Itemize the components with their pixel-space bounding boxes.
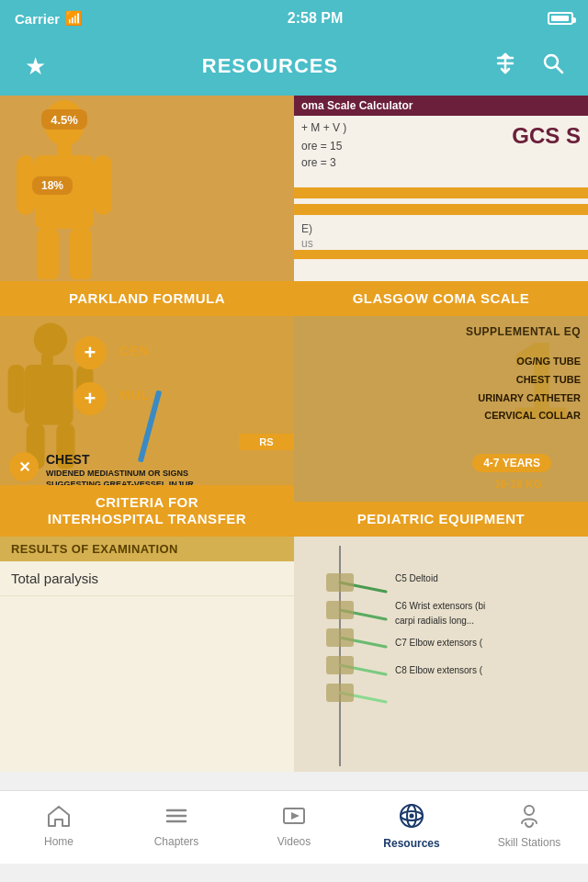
spine-svg [294, 537, 441, 772]
list-item: CHEST TUBE [478, 371, 581, 390]
svg-marker-38 [291, 812, 300, 820]
gcs-extra-1: E) [301, 222, 312, 235]
svg-rect-17 [41, 355, 53, 367]
status-right [548, 12, 573, 25]
supplemental-title: SUPPLEMENTAL EQ [466, 325, 581, 338]
list-item: CERVICAL COLLAR [478, 407, 581, 425]
svg-rect-19 [8, 365, 25, 413]
parkland-label: PARKLAND FORMULA [0, 281, 294, 316]
sort-button[interactable] [489, 51, 522, 82]
glasgow-label: GLASGOW COMA SCALE [294, 281, 588, 316]
pediatric-card[interactable]: 1 SUPPLEMENTAL EQ OG/NG TUBE CHEST TUBE … [294, 316, 588, 537]
tab-home-label: Home [44, 835, 74, 848]
tab-resources[interactable]: Resources [353, 791, 470, 864]
app-header: ★ RESOURCES [0, 37, 588, 96]
gcs-bar-3 [294, 250, 588, 259]
chapters-icon [164, 804, 189, 831]
svg-rect-33 [326, 684, 354, 702]
tab-videos-label: Videos [277, 835, 311, 848]
cent-text: CEN [119, 344, 150, 358]
status-left: Carrier 📶 [15, 10, 83, 27]
resources-grid: 4.5% 18% PARKLAND FORMULA oma Scale Calc… [0, 96, 588, 790]
svg-rect-30 [326, 601, 354, 619]
weight-text: 16-18 KG [494, 478, 542, 491]
pediatric-label: PEDIATRIC EQUIPMENT [294, 502, 588, 537]
svg-rect-18 [25, 365, 74, 424]
tab-skill-stations[interactable]: Skill Stations [470, 791, 588, 864]
search-button[interactable] [537, 51, 570, 83]
svg-rect-10 [37, 227, 59, 279]
results-row-1: Total paralysis [0, 561, 294, 596]
gcs-title-bar: oma Scale Calculator [294, 96, 588, 116]
svg-text:4.5%: 4.5% [51, 113, 78, 127]
svg-text:18%: 18% [41, 179, 63, 192]
favorite-button[interactable]: ★ [18, 52, 51, 81]
results-header: RESULTS OF EXAMINATION [0, 537, 294, 561]
rs-bar: RS [239, 434, 294, 450]
tab-chapters[interactable]: Chapters [118, 791, 235, 864]
gcs-extra-2: us [301, 237, 313, 250]
carrier-label: Carrier [15, 11, 60, 27]
home-icon [46, 804, 72, 831]
gcs-bar-1 [294, 187, 588, 198]
tab-home[interactable]: Home [0, 791, 118, 864]
spine-label-c7: C7 Elbow extensors ( [395, 638, 584, 648]
search-icon [540, 51, 566, 76]
mul-text: MUL [119, 388, 150, 402]
body-figure: 4.5% 18% [0, 96, 129, 279]
plus-badge-1: + [74, 336, 107, 369]
svg-rect-32 [326, 656, 354, 674]
arrows-icon [492, 51, 518, 76]
chest-title: CHEST [46, 452, 290, 467]
svg-point-42 [410, 813, 414, 818]
svg-rect-11 [70, 227, 92, 279]
criteria-card[interactable]: + + CEN MUL RS ✕ CHEST WIDENED MEDIASTIN… [0, 316, 294, 537]
spine-card[interactable]: C5 Deltoid C6 Wrist extensors (bi carpi … [294, 537, 588, 772]
status-bar: Carrier 📶 2:58 PM [0, 0, 588, 37]
tab-resources-label: Resources [383, 837, 439, 850]
gcs-abbr: GCS S [512, 123, 581, 149]
x-badge: ✕ [9, 452, 39, 481]
svg-point-16 [34, 323, 67, 356]
spine-label-c6: C6 Wrist extensors (bi [395, 601, 584, 611]
tab-bar: Home Chapters Videos [0, 790, 588, 864]
spine-area: C5 Deltoid C6 Wrist extensors (bi carpi … [294, 537, 588, 772]
gcs-max-score: ore = 15 [301, 140, 342, 153]
spine-label-c6b: carpi radialis long... [395, 616, 584, 626]
spine-label-c8: C8 Elbow extensors ( [395, 665, 584, 675]
plus-badge-2: + [74, 382, 107, 415]
status-time: 2:58 PM [288, 10, 343, 27]
gcs-min-score: ore = 3 [301, 156, 336, 169]
pediatric-list: OG/NG TUBE CHEST TUBE URINARY CATHETER C… [478, 353, 581, 425]
skill-stations-icon [516, 803, 542, 832]
svg-rect-31 [326, 628, 354, 647]
gcs-calculator-title: oma Scale Calculator [301, 99, 413, 112]
spine-label-c5: C5 Deltoid [395, 573, 438, 583]
wifi-icon: 📶 [65, 10, 83, 27]
tab-videos[interactable]: Videos [235, 791, 353, 864]
list-item: URINARY CATHETER [478, 390, 581, 408]
svg-line-4 [556, 66, 562, 73]
gcs-bar-2 [294, 204, 588, 215]
svg-point-43 [525, 806, 534, 815]
results-card[interactable]: RESULTS OF EXAMINATION Total paralysis [0, 537, 294, 772]
tab-skill-stations-label: Skill Stations [498, 836, 561, 849]
parkland-card[interactable]: 4.5% 18% PARKLAND FORMULA [0, 96, 294, 316]
gcs-formula: + M + V ) [301, 121, 346, 134]
tab-chapters-label: Chapters [154, 835, 199, 848]
battery-icon [548, 12, 573, 25]
svg-rect-9 [94, 155, 112, 215]
list-item: OG/NG TUBE [478, 353, 581, 371]
page-title: RESOURCES [51, 54, 489, 78]
criteria-label: CRITERIA FOR INTERHOSPITAL TRANSFER [0, 485, 294, 537]
glasgow-card[interactable]: oma Scale Calculator + M + V ) ore = 15 … [294, 96, 588, 316]
svg-rect-29 [326, 573, 354, 592]
age-badge: 4-7 YEARS [472, 454, 551, 472]
resources-icon [398, 802, 425, 833]
videos-icon [281, 804, 307, 831]
